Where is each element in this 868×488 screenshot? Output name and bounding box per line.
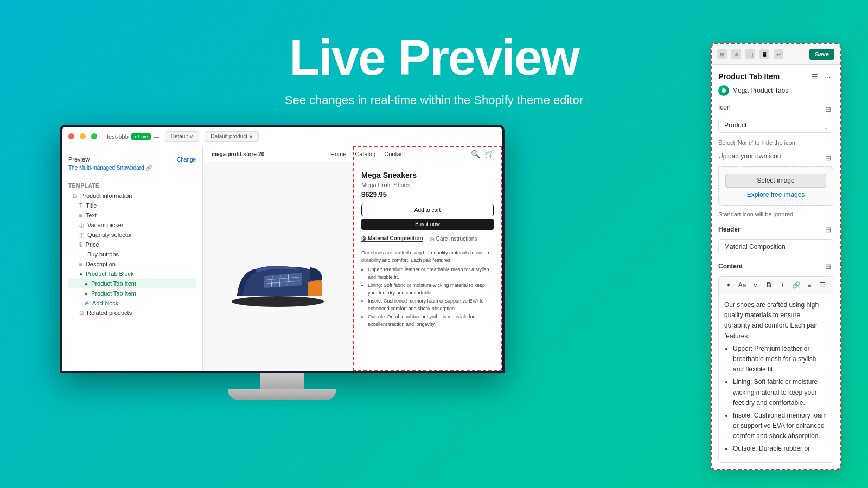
dot-green xyxy=(91,133,97,139)
nav-contact[interactable]: Contact xyxy=(384,151,405,157)
sidebar-product-tab-block[interactable]: ● Product Tab Block xyxy=(68,269,196,279)
preview-label: Preview xyxy=(68,156,90,163)
monitor-screen: test-bbb ● Live — Default ∨ Default prod… xyxy=(60,125,505,373)
content-row: Content ⊟ xyxy=(718,261,833,272)
preview-topnav: mega-profit-store-20 Home Catalog Contac… xyxy=(203,146,502,162)
icon-select-wrapper: Product xyxy=(718,118,833,136)
product-price: $629.95 xyxy=(361,190,494,198)
sidebar-add-block[interactable]: ⊕ Add block xyxy=(68,298,196,308)
select-image-btn[interactable]: Select image xyxy=(725,174,826,188)
sidebar-price[interactable]: $ Price xyxy=(68,240,196,249)
sidebar-description[interactable]: ≡ Description xyxy=(68,259,196,269)
right-panel: ⊞ 🖥 ⬚ 📱 ↩ Save Product Tab Item ☰ ··· Me… xyxy=(711,43,841,470)
toolbar-list-unordered[interactable]: ≡ xyxy=(804,279,815,291)
product-tabs-nav: ◎ Material Composition ◎ Care Instructio… xyxy=(361,235,494,245)
product-details: Mega Sneakers Mega Profit Shoes $629.95 … xyxy=(353,162,502,371)
panel-more-icon[interactable]: ··· xyxy=(822,71,833,82)
sidebar-quantity[interactable]: ◫ Quantity selector xyxy=(68,230,196,240)
live-badge: ● Live xyxy=(131,133,151,140)
monitor-stand xyxy=(60,373,505,400)
grid-icon[interactable]: ⊞ xyxy=(717,49,727,59)
upload-box: Select image Explore free images xyxy=(718,166,833,206)
toolbar-font-size[interactable]: Aa xyxy=(737,279,748,291)
store-label: test-bbb ● Live — xyxy=(107,133,159,140)
tab-material[interactable]: ◎ Material Composition xyxy=(361,235,423,242)
app-logo-icon xyxy=(721,88,726,93)
product-image-area xyxy=(203,162,353,371)
toolbar-bold[interactable]: B xyxy=(763,279,775,291)
panel-toolbar: ⊞ 🖥 ⬚ 📱 ↩ Save xyxy=(712,44,840,65)
dot-yellow xyxy=(80,133,86,139)
content-editor[interactable]: Our shoes are crafted using high-quality… xyxy=(718,294,833,463)
svg-point-6 xyxy=(722,88,726,93)
header-label: Header xyxy=(718,226,741,233)
icon-copy-btn[interactable]: ⊟ xyxy=(822,104,833,114)
undo-icon[interactable]: ↩ xyxy=(774,49,783,59)
upload-copy-btn[interactable]: ⊟ xyxy=(822,152,833,163)
product-name: Mega Sneakers xyxy=(361,171,494,179)
panel-menu-icon[interactable]: ☰ xyxy=(809,71,820,82)
sidebar-product-tab-item-1[interactable]: ● Product Tab Item xyxy=(68,279,196,288)
tab-care[interactable]: ◎ Care Instructions xyxy=(430,235,477,242)
toolbar-italic[interactable]: I xyxy=(777,279,788,291)
topbar-default[interactable]: Default ∨ xyxy=(165,131,199,142)
sidebar-buy-buttons[interactable]: ⬚ Buy buttons xyxy=(68,249,196,259)
save-button[interactable]: Save xyxy=(809,49,834,60)
app-name: Mega Product Tabs xyxy=(732,87,788,94)
panel-body: Product Tab Item ☰ ··· Mega Product Tabs… xyxy=(712,65,840,469)
content-copy-btn[interactable]: ⊟ xyxy=(822,261,833,272)
content-label: Content xyxy=(718,262,743,270)
sidebar-product-info[interactable]: ⊟ Product information xyxy=(68,191,196,201)
explore-link[interactable]: Explore free images xyxy=(725,191,826,198)
tab-content: Our shoes are crafted using high-quality… xyxy=(361,249,494,328)
icon-label: Icon xyxy=(718,104,731,111)
tablet-icon[interactable]: ⬚ xyxy=(745,49,755,59)
sidebar-variant-picker[interactable]: ◎ Variant picker xyxy=(68,220,196,230)
topbar-product[interactable]: Default product ∨ xyxy=(205,131,259,142)
page-headline: Live Preview xyxy=(289,33,578,82)
editor-sidebar: Preview Change The Multi-managed Snowboa… xyxy=(62,146,203,371)
cart-icon[interactable]: 🛒 xyxy=(484,150,494,158)
mobile-icon[interactable]: 📱 xyxy=(760,49,769,59)
shopify-editor: test-bbb ● Live — Default ∨ Default prod… xyxy=(62,127,502,371)
content-bullet-1: Lining: Soft fabric or moisture-wicking … xyxy=(733,377,827,408)
icon-select[interactable]: Product xyxy=(718,118,833,133)
toolbar-wand[interactable]: ✦ xyxy=(723,279,735,291)
product-brand: Mega Profit Shoes xyxy=(361,182,494,188)
header-row: Header ⊟ xyxy=(718,224,833,235)
content-intro: Our shoes are crafted using high-quality… xyxy=(724,300,827,342)
svg-point-0 xyxy=(232,296,324,307)
change-link[interactable]: Change xyxy=(177,157,196,163)
sidebar-text[interactable]: ≡ Text xyxy=(68,210,196,220)
sidebar-product-tab-item-2[interactable]: ● Product Tab Item xyxy=(68,288,196,298)
toolbar-link[interactable]: 🔗 xyxy=(790,279,802,291)
page-subtitle: See changes in real-time within the Shop… xyxy=(285,93,583,107)
header-input[interactable] xyxy=(718,239,833,254)
preview-area: mega-profit-store-20 Home Catalog Contac… xyxy=(203,146,502,371)
sidebar-title[interactable]: T Title xyxy=(68,201,196,210)
content-toolbar: ✦ Aa ∨ B I 🔗 ≡ ☰ xyxy=(718,276,833,294)
sidebar-related-products[interactable]: ⊟ Related products xyxy=(68,308,196,318)
panel-section-header: Product Tab Item ☰ ··· xyxy=(718,71,833,82)
monitor-base xyxy=(228,389,336,400)
panel-meta-row: Mega Product Tabs xyxy=(718,85,833,96)
preview-store-link[interactable]: The Multi-managed Snowboard 🔗 xyxy=(68,165,196,171)
nav-catalog[interactable]: Catalog xyxy=(355,151,375,157)
nav-home[interactable]: Home xyxy=(330,151,346,157)
dot-red xyxy=(68,133,74,139)
panel-section-title: Product Tab Item xyxy=(718,72,780,81)
add-to-cart-btn[interactable]: Add to cart xyxy=(361,204,494,216)
editor-topbar: test-bbb ● Live — Default ∨ Default prod… xyxy=(62,127,502,146)
monitor-icon[interactable]: 🖥 xyxy=(731,49,741,59)
toolbar-list-ordered[interactable]: ☰ xyxy=(817,279,828,291)
upload-label: Upload your own icon xyxy=(718,152,781,160)
buy-now-btn[interactable]: Buy it now xyxy=(361,219,494,230)
search-icon[interactable]: 🔍 xyxy=(471,150,480,158)
monitor-neck xyxy=(260,373,304,389)
icon-hint: Select 'None' to hide the icon xyxy=(718,139,833,146)
content-bullet-0: Upper: Premium leather or breathable mes… xyxy=(733,344,827,375)
toolbar-chevron[interactable]: ∨ xyxy=(750,279,762,291)
editor-body: Preview Change The Multi-managed Snowboa… xyxy=(62,146,502,371)
product-shoe-image xyxy=(224,239,332,310)
header-copy-btn[interactable]: ⊟ xyxy=(822,224,833,235)
